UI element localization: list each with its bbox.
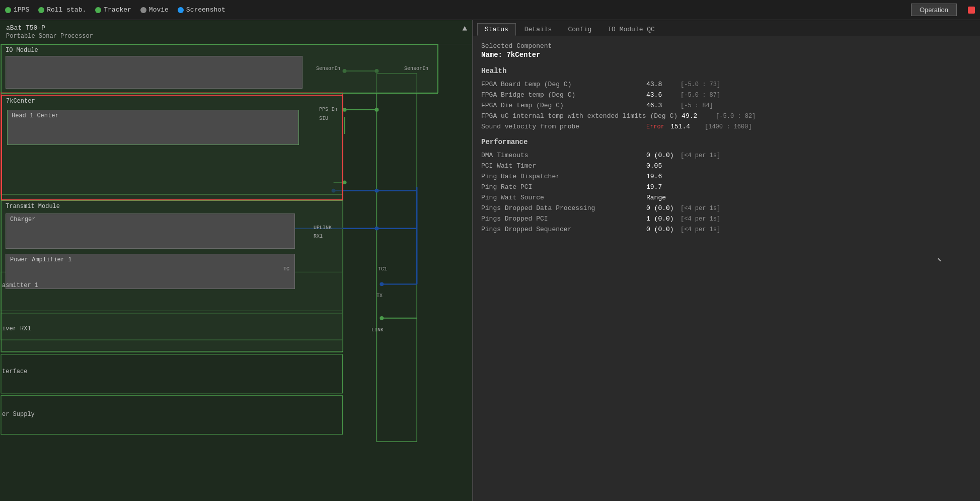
left-panel: ▲ aBat T50-P Portable Sonar Processor — [0, 20, 473, 501]
health-label-4: Sound velocity from probe — [481, 123, 642, 130]
diagram-area: IO Module SensorIn SensorIn 7kCenter Hea… — [0, 44, 472, 495]
topbar: 1PPS Roll stab. Tracker Movie Screenshot… — [0, 0, 980, 20]
main-content: ▲ aBat T50-P Portable Sonar Processor — [0, 20, 980, 501]
sensor-in-port-label2: SensorIn — [404, 66, 428, 71]
health-section-header: Health — [481, 67, 972, 75]
svg-rect-28 — [1, 354, 343, 393]
transmitter-label: asmitter 1 — [2, 282, 38, 289]
sensor-in-port-label: SensorIn — [316, 66, 340, 71]
perf-row-7: Pings Dropped Sequencer 0 (0.0) [<4 per … — [481, 224, 972, 235]
perf-label-0: DMA Timeouts — [481, 152, 642, 159]
cursor-area: ⬉ — [481, 235, 972, 275]
right-panel: Status Details Config IO Module QC Selec… — [473, 20, 980, 501]
transmit-module-box[interactable]: Transmit Module Charger UPLINK RX1 Power… — [1, 200, 343, 351]
power-amplifier-label: Power Amplifier 1 — [6, 254, 294, 265]
health-value-4: 151.4 — [670, 123, 701, 130]
power-amplifier-box[interactable]: Power Amplifier 1 — [6, 254, 295, 289]
perf-row-4: Ping Wait Source Range — [481, 192, 972, 203]
health-value-3: 49.2 — [682, 112, 712, 120]
perf-value-0: 0 (0.0) — [646, 152, 676, 159]
uplink-label: UPLINK — [314, 225, 332, 231]
health-value-0: 43.8 — [646, 81, 676, 88]
health-row-1: FPGA Bridge temp (Deg C) 43.6 [-5.0 : 87… — [481, 90, 972, 100]
tx-label: TX — [376, 293, 383, 299]
health-range-0: [-5.0 : 73] — [681, 81, 720, 88]
indicator-tracker: Tracker — [95, 6, 131, 14]
panel-tabs: Status Details Config IO Module QC — [473, 20, 980, 36]
perf-row-5: Pings Dropped Data Processing 0 (0.0) [<… — [481, 203, 972, 213]
status-indicator-red — [968, 7, 975, 14]
perf-label-3: Ping Rate PCI — [481, 183, 642, 191]
operation-button[interactable]: Operation — [911, 4, 957, 16]
indicator-roll-stab: Roll stab. — [38, 6, 86, 14]
tab-details[interactable]: Details — [517, 23, 560, 36]
tc-label: TC — [283, 266, 289, 272]
label-movie: Movie — [149, 6, 169, 14]
perf-label-2: Ping Rate Dispatcher — [481, 173, 642, 180]
health-row-3: FPGA uC internal temp with extended limi… — [481, 111, 972, 121]
svg-point-9 — [374, 108, 379, 112]
perf-label-5: Pings Dropped Data Processing — [481, 204, 642, 212]
io-module-label: IO Module — [2, 45, 437, 56]
perf-row-0: DMA Timeouts 0 (0.0) [<4 per 1s] — [481, 150, 972, 161]
svg-rect-29 — [1, 396, 343, 435]
perf-label-6: Pings Dropped PCI — [481, 215, 642, 223]
health-range-3: [-5.0 : 82] — [716, 113, 756, 120]
health-row-0: FPGA Board temp (Deg C) 43.8 [-5.0 : 73] — [481, 79, 972, 90]
transmit-module-label: Transmit Module — [2, 201, 343, 212]
dot-movie — [140, 7, 146, 13]
scroll-up-arrow[interactable]: ▲ — [462, 24, 467, 33]
tab-config[interactable]: Config — [560, 23, 599, 36]
perf-row-1: PCI Wait Timer 0.05 — [481, 161, 972, 171]
link-label: LINK — [371, 327, 384, 333]
health-label-0: FPGA Board temp (Deg C) — [481, 81, 642, 88]
label-1pps: 1PPS — [14, 6, 29, 14]
selected-component-name: Name: 7kCenter — [481, 51, 972, 59]
label-tracker: Tracker — [104, 6, 131, 14]
perf-label-1: PCI Wait Timer — [481, 162, 642, 170]
perf-value-4: Range — [646, 194, 676, 201]
charger-label: Charger — [6, 214, 294, 225]
indicator-1pps: 1PPS — [5, 6, 29, 14]
health-value-1: 43.6 — [646, 91, 676, 99]
dot-screenshot — [178, 7, 184, 13]
health-range-1: [-5.0 : 87] — [681, 92, 720, 99]
perf-range-0: [<4 per 1s] — [681, 152, 720, 159]
head1center-label: Head 1 Center — [8, 110, 298, 121]
tc1-label: TC1 — [378, 266, 387, 272]
indicator-movie: Movie — [140, 6, 169, 14]
selected-component-title: Selected Component — [481, 42, 972, 50]
fps-in-label: PPS_In — [319, 107, 337, 112]
device-subtitle: Portable Sonar Processor — [6, 33, 466, 40]
dot-1pps — [5, 7, 11, 13]
perf-label-4: Ping Wait Source — [481, 194, 642, 201]
perf-value-1: 0.05 — [646, 162, 676, 170]
health-error-4: Error — [646, 123, 664, 130]
health-label-3: FPGA uC internal temp with extended limi… — [481, 112, 677, 120]
power-supply-label: er Supply — [2, 411, 35, 418]
tab-status[interactable]: Status — [477, 23, 516, 36]
perf-row-2: Ping Rate Dispatcher 19.6 — [481, 171, 972, 182]
diagram-header: aBat T50-P Portable Sonar Processor — [0, 20, 472, 44]
health-row-4: Sound velocity from probe Error 151.4 [1… — [481, 121, 972, 132]
dot-tracker — [95, 7, 101, 13]
7kcenter-box[interactable]: 7kCenter Head 1 Center PPS_In SIU — [1, 95, 343, 200]
svg-point-20 — [374, 227, 379, 231]
charger-box[interactable]: Charger — [6, 213, 295, 249]
health-label-2: FPGA Die temp (Deg C) — [481, 102, 642, 109]
perf-value-6: 1 (0.0) — [646, 215, 676, 223]
svg-point-22 — [380, 282, 384, 287]
perf-value-5: 0 (0.0) — [646, 204, 676, 212]
io-module-box[interactable]: IO Module SensorIn SensorIn — [1, 44, 438, 94]
panel-content: Selected Component Name: 7kCenter Health… — [473, 36, 980, 501]
head1center-box[interactable]: Head 1 Center — [7, 110, 299, 145]
perf-range-7: [<4 per 1s] — [681, 226, 720, 233]
rx1-label: RX1 — [314, 234, 323, 239]
siu-label: SIU — [319, 116, 328, 121]
perf-row-6: Pings Dropped PCI 1 (0.0) [<4 per 1s] — [481, 213, 972, 224]
perf-value-7: 0 (0.0) — [646, 226, 676, 233]
tab-io-module-qc[interactable]: IO Module QC — [600, 23, 662, 36]
label-screenshot: Screenshot — [186, 6, 225, 14]
perf-value-2: 19.6 — [646, 173, 676, 180]
health-range-2: [-5 : 84] — [681, 102, 713, 109]
